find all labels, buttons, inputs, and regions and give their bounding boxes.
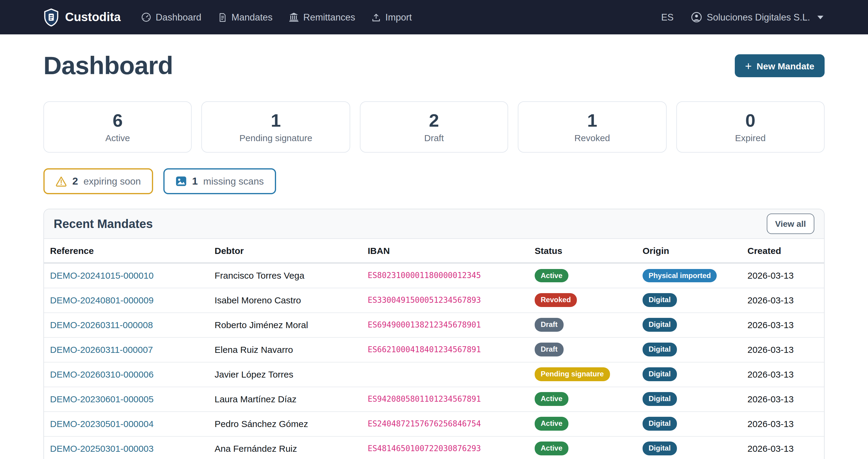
created-cell: 2026-03-13 — [741, 411, 824, 436]
stat-label: Revoked — [575, 133, 610, 143]
expiring-soon-count: 2 — [72, 175, 78, 187]
column-header-origin: Origin — [637, 239, 741, 263]
missing-scans-alert[interactable]: 1 missing scans — [163, 168, 276, 194]
plus-icon: + — [745, 60, 752, 71]
iban-cell: ES8023100001180000012345 — [362, 263, 529, 288]
mandate-reference-link[interactable]: DEMO-20260311-000008 — [50, 320, 153, 330]
table-header-row: Reference Debtor IBAN Status Origin Crea… — [44, 239, 824, 263]
created-cell: 2026-03-13 — [741, 362, 824, 386]
stat-label: Draft — [424, 133, 444, 143]
language-selector[interactable]: ES — [661, 12, 674, 23]
iban-cell — [362, 362, 529, 386]
nav-label: Mandates — [231, 12, 273, 23]
nav-item-import[interactable]: Import — [372, 12, 412, 23]
account-menu[interactable]: Soluciones Digitales S.L. — [690, 11, 824, 23]
origin-badge: Digital — [643, 343, 677, 356]
iban-cell: ES6949000138212345678901 — [362, 312, 529, 337]
status-badge: Draft — [535, 318, 564, 332]
stat-card-draft: 2 Draft — [360, 101, 508, 152]
bank-icon — [289, 12, 299, 22]
mandate-reference-link[interactable]: DEMO-20230601-000005 — [50, 394, 154, 404]
table-row: DEMO-20230501-000004 Pedro Sánchez Gómez… — [44, 411, 824, 436]
account-name: Soluciones Digitales S.L. — [707, 12, 810, 23]
created-cell: 2026-03-13 — [741, 288, 824, 312]
mandate-reference-link[interactable]: DEMO-20260311-000007 — [50, 344, 153, 355]
column-header-created: Created — [741, 239, 824, 263]
mandate-reference-link[interactable]: DEMO-20230501-000004 — [50, 419, 154, 429]
debtor-cell: Ana Fernández Ruiz — [209, 436, 362, 459]
expiring-soon-alert[interactable]: 2 expiring soon — [43, 168, 153, 194]
table-row: DEMO-20250301-000003 Ana Fernández Ruiz … — [44, 436, 824, 459]
stat-value: 1 — [587, 111, 597, 130]
new-mandate-label: New Mandate — [756, 61, 814, 71]
nav-item-dashboard[interactable]: Dashboard — [141, 12, 201, 23]
table-row: DEMO-20230601-000005 Laura Martínez Díaz… — [44, 386, 824, 411]
origin-badge: Digital — [643, 417, 677, 431]
document-icon — [218, 12, 227, 22]
iban-cell: ES3300491500051234567893 — [362, 288, 529, 312]
status-badge: Active — [535, 417, 568, 431]
table-row: DEMO-20241015-000010 Francisco Torres Ve… — [44, 263, 824, 288]
origin-badge: Digital — [643, 318, 677, 332]
nav-item-mandates[interactable]: Mandates — [218, 12, 273, 23]
nav-label: Import — [385, 12, 412, 23]
mandate-reference-link[interactable]: DEMO-20240801-000009 — [50, 295, 154, 305]
iban-cell: ES9420805801101234567891 — [362, 386, 529, 411]
main-nav: Dashboard Mandates — [141, 12, 412, 23]
brand-logo[interactable]: Custodita — [43, 8, 121, 26]
warning-icon — [56, 175, 67, 187]
chevron-down-icon — [817, 16, 824, 19]
stat-label: Pending signature — [239, 133, 312, 143]
mandate-reference-link[interactable]: DEMO-20241015-000010 — [50, 270, 154, 281]
table-row: DEMO-20240801-000009 Isabel Moreno Castr… — [44, 288, 824, 312]
expiring-soon-label: expiring soon — [84, 176, 141, 187]
nav-item-remittances[interactable]: Remittances — [289, 12, 355, 23]
status-badge: Active — [535, 392, 568, 406]
debtor-cell: Isabel Moreno Castro — [209, 288, 362, 312]
shield-logo-icon — [43, 8, 59, 26]
title-row: Dashboard + New Mandate — [43, 51, 825, 80]
mandate-reference-link[interactable]: DEMO-20250301-000003 — [50, 443, 154, 454]
created-cell: 2026-03-13 — [741, 263, 824, 288]
upload-icon — [372, 12, 381, 22]
mandates-table: Reference Debtor IBAN Status Origin Crea… — [44, 239, 824, 459]
stat-cards: 6 Active 1 Pending signature 2 Draft 1 R… — [43, 101, 825, 152]
column-header-status: Status — [529, 239, 637, 263]
origin-badge: Digital — [643, 368, 677, 381]
alert-pills: 2 expiring soon 1 missing scans — [43, 168, 825, 194]
debtor-cell: Roberto Jiménez Moral — [209, 312, 362, 337]
page-title: Dashboard — [43, 51, 173, 80]
table-row: DEMO-20260311-000008 Roberto Jiménez Mor… — [44, 312, 824, 337]
created-cell: 2026-03-13 — [741, 337, 824, 362]
debtor-cell: Laura Martínez Díaz — [209, 386, 362, 411]
status-badge: Revoked — [535, 293, 577, 307]
nav-label: Dashboard — [156, 12, 201, 23]
missing-scans-label: missing scans — [203, 176, 264, 187]
nav-label: Remittances — [303, 12, 355, 23]
panel-title: Recent Mandates — [54, 217, 153, 231]
origin-badge: Digital — [643, 293, 677, 307]
top-navbar: Custodita Dashboard — [0, 0, 868, 34]
mandate-reference-link[interactable]: DEMO-20260310-000006 — [50, 369, 154, 379]
iban-cell: ES2404872157676256846754 — [362, 411, 529, 436]
stat-label: Expired — [735, 133, 766, 143]
status-badge: Active — [535, 269, 568, 282]
stat-card-active: 6 Active — [43, 101, 192, 152]
column-header-debtor: Debtor — [209, 239, 362, 263]
debtor-cell: Javier López Torres — [209, 362, 362, 386]
iban-cell: ES4814650100722030876293 — [362, 436, 529, 459]
recent-mandates-panel: Recent Mandates View all Reference Debto… — [43, 209, 825, 459]
column-header-reference: Reference — [44, 239, 209, 263]
stat-value: 6 — [113, 111, 123, 130]
iban-cell: ES6621000418401234567891 — [362, 337, 529, 362]
person-circle-icon — [690, 11, 702, 23]
stat-value: 1 — [271, 111, 281, 130]
stat-card-expired: 0 Expired — [676, 101, 825, 152]
brand-name: Custodita — [65, 10, 121, 24]
created-cell: 2026-03-13 — [741, 312, 824, 337]
origin-badge: Digital — [643, 442, 677, 455]
view-all-button[interactable]: View all — [767, 213, 814, 234]
new-mandate-button[interactable]: + New Mandate — [735, 54, 825, 77]
origin-badge: Physical imported — [643, 269, 717, 282]
debtor-cell: Elena Ruiz Navarro — [209, 337, 362, 362]
